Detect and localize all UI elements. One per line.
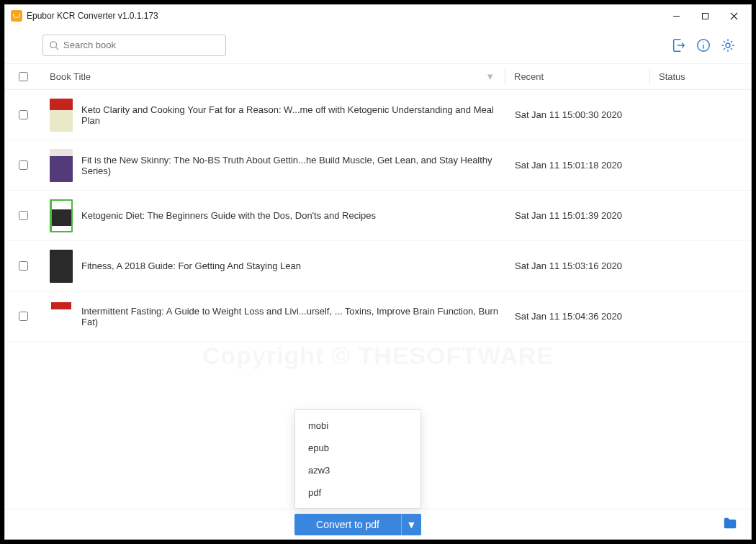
- sort-icon: ▼: [485, 71, 495, 82]
- book-recent: Sat Jan 11 15:01:18 2020: [515, 160, 622, 171]
- search-icon: [49, 40, 59, 50]
- header-status[interactable]: Status: [650, 71, 751, 82]
- titlebar: Epubor KCR Converter v1.0.1.173: [5, 5, 751, 27]
- row-checkbox[interactable]: [19, 261, 28, 271]
- table-row[interactable]: Fit is the New Skinny: The No-BS Truth A…: [5, 140, 751, 191]
- settings-button[interactable]: [718, 35, 738, 55]
- row-checkbox[interactable]: [19, 110, 28, 119]
- book-recent: Sat Jan 11 15:00:30 2020: [515, 109, 622, 120]
- table-row[interactable]: Intermittent Fasting: A Guide to Weight …: [5, 291, 751, 342]
- table-header: Book Title ▼ Recent Status: [5, 64, 751, 90]
- format-option-mobi[interactable]: mobi: [295, 414, 420, 437]
- maximize-button[interactable]: [690, 6, 719, 26]
- table-row[interactable]: Ketogenic Diet: The Beginners Guide with…: [5, 191, 751, 241]
- format-option-epub[interactable]: epub: [295, 437, 420, 459]
- convert-dropdown-toggle[interactable]: ▼: [401, 514, 421, 535]
- book-cover: [50, 99, 73, 132]
- header-status-label: Status: [659, 71, 685, 82]
- book-title: Ketogenic Diet: The Beginners Guide with…: [81, 210, 376, 221]
- format-option-pdf[interactable]: pdf: [295, 481, 420, 504]
- format-option-azw3[interactable]: azw3: [295, 459, 420, 481]
- book-title: Fitness, A 2018 Guide: For Getting And S…: [81, 260, 301, 271]
- book-cover: [50, 199, 73, 232]
- search-input[interactable]: [63, 40, 220, 50]
- header-title-label: Book Title: [50, 71, 91, 82]
- book-title: Keto Clarity and Cooking Your Fat for a …: [81, 104, 506, 126]
- book-cover: [50, 149, 73, 182]
- app-window: Epubor KCR Converter v1.0.1.173: [4, 4, 752, 540]
- book-recent: Sat Jan 11 15:03:16 2020: [515, 260, 622, 271]
- open-folder-button[interactable]: [722, 515, 738, 533]
- search-box[interactable]: [42, 35, 226, 56]
- svg-point-8: [703, 42, 703, 42]
- export-button[interactable]: [669, 35, 689, 55]
- header-title[interactable]: Book Title ▼: [41, 71, 505, 82]
- book-title: Intermittent Fasting: A Guide to Weight …: [81, 306, 506, 327]
- book-title: Fit is the New Skinny: The No-BS Truth A…: [81, 155, 506, 176]
- toolbar: [5, 27, 751, 64]
- row-checkbox[interactable]: [19, 312, 28, 321]
- table-row[interactable]: Keto Clarity and Cooking Your Fat for a …: [5, 90, 751, 140]
- format-menu: mobiepubazw3pdf: [294, 409, 421, 509]
- header-recent-label: Recent: [514, 71, 544, 82]
- book-cover: [50, 250, 73, 283]
- book-recent: Sat Jan 11 15:04:36 2020: [515, 311, 622, 322]
- row-checkbox[interactable]: [19, 160, 28, 170]
- svg-rect-1: [702, 13, 708, 19]
- convert-button[interactable]: Convert to pdf ▼: [294, 514, 421, 535]
- book-recent: Sat Jan 11 15:01:39 2020: [515, 210, 622, 221]
- svg-point-4: [50, 41, 57, 47]
- minimize-button[interactable]: [662, 6, 690, 26]
- footer: Convert to pdf ▼: [5, 509, 751, 539]
- header-recent[interactable]: Recent: [505, 71, 649, 82]
- watermark: Copyright © THESOFTWARE: [5, 342, 751, 370]
- svg-point-9: [726, 43, 730, 47]
- row-checkbox[interactable]: [19, 211, 28, 220]
- table-row[interactable]: Fitness, A 2018 Guide: For Getting And S…: [5, 241, 751, 291]
- window-title: Epubor KCR Converter v1.0.1.173: [27, 11, 158, 21]
- book-cover: [50, 300, 73, 333]
- select-all-checkbox[interactable]: [19, 72, 28, 81]
- info-button[interactable]: [693, 35, 714, 55]
- close-button[interactable]: [719, 6, 748, 26]
- app-icon: [11, 10, 22, 22]
- svg-line-5: [56, 47, 59, 50]
- convert-label: Convert to pdf: [294, 519, 401, 530]
